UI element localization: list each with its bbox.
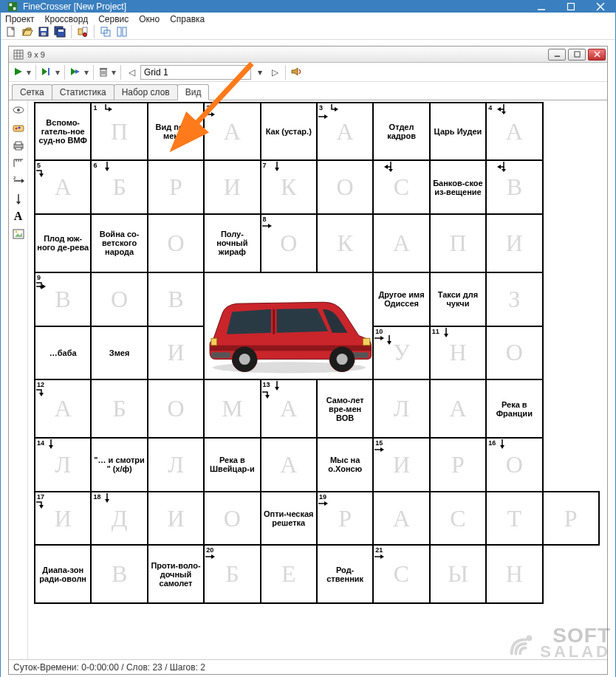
menu-help[interactable]: Справка [170, 14, 205, 24]
arrow-down-tool-icon[interactable] [12, 192, 25, 205]
grid-cell[interactable]: 19Р [317, 492, 373, 546]
ruler-icon[interactable] [12, 157, 25, 170]
grid-cell[interactable]: 8О [261, 214, 317, 272]
grid-cell[interactable]: 20Б [204, 545, 260, 603]
grid-cell[interactable]: Л [148, 438, 204, 492]
grid-cell[interactable]: Вспомо-гатель-ное суд-но ВМФ [35, 103, 91, 160]
step-dropdown-icon[interactable]: ▾ [55, 67, 60, 78]
grid-cell[interactable]: Ы [430, 545, 486, 603]
trash-icon[interactable] [98, 66, 109, 79]
image-icon[interactable] [12, 227, 25, 241]
grid-cell[interactable]: Л [373, 379, 429, 437]
grid-cell[interactable]: 1П [91, 103, 147, 160]
grid-cell[interactable]: И [486, 214, 542, 272]
grid-cell[interactable]: 17И [35, 492, 91, 546]
grid-cell[interactable]: Вид пель-меней [148, 103, 204, 160]
grid-cell[interactable]: В [148, 272, 204, 326]
grid-cell[interactable]: Род-ственник [317, 545, 373, 603]
cascade-icon[interactable] [98, 24, 113, 39]
font-icon[interactable]: A [12, 210, 25, 223]
grid-cell[interactable]: 16О [486, 438, 542, 492]
grid-cell[interactable]: В [486, 160, 542, 214]
grid-cell[interactable]: 12А [35, 379, 91, 437]
tab-view[interactable]: Вид [177, 84, 210, 100]
mdi-minimize-button[interactable] [548, 49, 566, 61]
grid-cell[interactable]: О [91, 272, 147, 326]
grid-cell[interactable]: К [317, 214, 373, 272]
grid-cell[interactable]: И [148, 492, 204, 546]
grid-cell[interactable]: Река в Франции [486, 379, 542, 437]
step-icon[interactable] [41, 66, 52, 79]
grid-cell[interactable]: 21С [373, 545, 429, 603]
grid-cell[interactable]: В [91, 545, 147, 603]
eye-icon[interactable] [12, 103, 25, 117]
grid-cell[interactable]: 13А [261, 379, 317, 437]
menu-project[interactable]: Проект [5, 14, 35, 24]
grid-cell[interactable]: Р [148, 160, 204, 214]
minimize-button[interactable] [527, 1, 556, 13]
grid-cell[interactable]: "… и смотри " (х/ф) [91, 438, 147, 492]
grid-cell[interactable]: Царь Иудеи [430, 103, 486, 160]
grid-cell[interactable]: 14Л [35, 438, 91, 492]
grid-cell[interactable]: 15И [373, 438, 429, 492]
grid-cell[interactable]: Полу-ночный жираф [204, 214, 260, 272]
grid-cell[interactable]: 7К [261, 160, 317, 214]
grid-cell[interactable]: И [148, 326, 204, 380]
play-dropdown-icon[interactable]: ▾ [27, 67, 31, 78]
grid-cell[interactable]: 18Д [91, 492, 147, 546]
prev-grid-button[interactable]: ◁ [126, 65, 137, 80]
grid-cell[interactable]: Река в Швейцар-и [204, 438, 260, 492]
grid-cell[interactable]: Проти-воло-дочный самолет [148, 545, 204, 603]
mdi-maximize-button[interactable] [568, 49, 586, 61]
grid-cell[interactable]: О [317, 160, 373, 214]
grid-cell[interactable]: Диапа-зон ради-оволн [35, 545, 91, 603]
arrow-right-tool-icon[interactable]: 2 [12, 174, 25, 188]
grid-cell[interactable]: 2А [204, 103, 260, 160]
run-dropdown-icon[interactable]: ▾ [84, 67, 89, 78]
dropdown-button[interactable]: ▾ [254, 65, 266, 80]
menu-crossword[interactable]: Кроссворд [45, 14, 89, 24]
grid-cell[interactable]: Банков-ское из-вещение [430, 160, 486, 214]
grid-cell[interactable] [204, 272, 373, 380]
crossword-grid[interactable]: Вспомо-гатель-ное суд-но ВМФ1ПВид пель-м… [34, 102, 600, 604]
grid-cell[interactable]: П [430, 214, 486, 272]
grid-cell[interactable]: 6Б [91, 160, 147, 214]
menu-service[interactable]: Сервис [98, 14, 129, 24]
grid-cell[interactable]: З [486, 272, 542, 326]
trash-dropdown-icon[interactable]: ▾ [112, 67, 116, 78]
grid-cell[interactable]: 11Н [430, 326, 486, 380]
sound-icon[interactable] [290, 66, 302, 79]
grid-cell[interactable]: Опти-ческая решетка [261, 492, 317, 546]
grid-cell[interactable]: Само-лет вре-мен ВОВ [317, 379, 373, 437]
grid-cell[interactable]: И [204, 160, 260, 214]
grid-cell[interactable]: 5А [35, 160, 91, 214]
grid-cell[interactable]: О [486, 326, 542, 380]
grid-cell[interactable]: Б [91, 379, 147, 437]
grid-cell[interactable]: Р [430, 438, 486, 492]
grid-cell[interactable]: Как (устар.) [261, 103, 317, 160]
mdi-close-button[interactable] [588, 49, 606, 61]
grid-cell[interactable]: Т [486, 492, 542, 546]
open-icon[interactable] [20, 24, 35, 39]
grid-cell[interactable]: Р [543, 492, 599, 546]
close-button[interactable] [586, 1, 615, 13]
grid-cell[interactable]: Плод юж-ного де-рева [35, 214, 91, 272]
options-icon[interactable] [75, 24, 90, 39]
grid-cell[interactable]: О [148, 379, 204, 437]
grid-cell[interactable]: Другое имя Одиссея [373, 272, 429, 326]
grid-cell[interactable]: 4А [486, 103, 542, 160]
grid-cell[interactable]: Такси для чукчи [430, 272, 486, 326]
palette-icon[interactable] [12, 121, 25, 134]
new-icon[interactable] [4, 24, 18, 39]
grid-cell[interactable]: О [204, 492, 260, 546]
tile-icon[interactable] [114, 24, 129, 39]
grid-name-input[interactable] [140, 65, 251, 80]
grid-cell[interactable]: С [430, 492, 486, 546]
grid-cell[interactable]: Отдел кадров [373, 103, 429, 160]
grid-cell[interactable]: М [204, 379, 260, 437]
run-icon[interactable] [69, 66, 81, 79]
grid-cell[interactable]: Е [261, 545, 317, 603]
save-all-icon[interactable] [52, 24, 67, 39]
grid-cell[interactable]: Змея [91, 326, 147, 380]
tab-stats[interactable]: Статистика [52, 84, 114, 100]
